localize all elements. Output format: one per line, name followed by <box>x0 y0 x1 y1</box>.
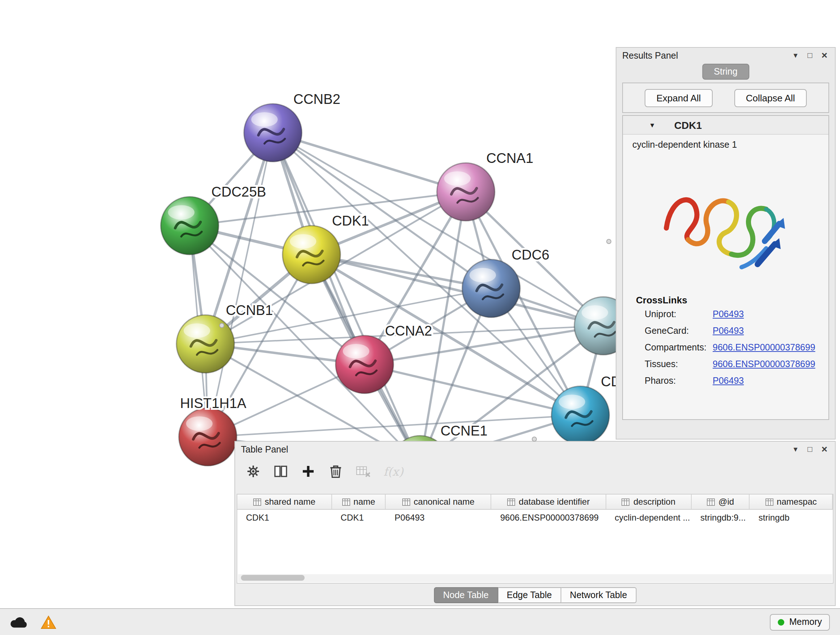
crosslink-compartments-link[interactable]: 9606.ENSP00000378699 <box>713 342 815 352</box>
node-label-ccna2: CCNA2 <box>385 323 432 339</box>
protein-structure-image <box>656 158 795 289</box>
column-header[interactable]: canonical name <box>386 494 492 509</box>
crosslink-row: GeneCard: P06493 <box>623 322 829 339</box>
column-header[interactable]: name <box>332 494 386 509</box>
crosslink-tissues-link[interactable]: 9606.ENSP00000378699 <box>713 359 815 369</box>
string-tab[interactable]: String <box>702 64 749 80</box>
node-label-cdc25b: CDC25B <box>211 184 266 200</box>
table-header-row: shared name name canonical name database… <box>237 494 833 510</box>
network-node-cdc25b[interactable] <box>161 196 218 255</box>
status-bar: Memory <box>0 608 840 635</box>
column-icon <box>253 498 261 506</box>
network-node-hist1h1a[interactable] <box>179 408 237 466</box>
expand-all-button[interactable]: Expand All <box>645 89 712 107</box>
results-panel-title: Results Panel <box>622 50 678 60</box>
table-panel-header: Table Panel ▾ □ × <box>235 442 835 457</box>
show-columns-button[interactable] <box>273 464 288 478</box>
crosslink-label: Tissues: <box>645 359 713 369</box>
memory-status-dot <box>778 619 784 625</box>
delete-column-button[interactable] <box>328 464 343 478</box>
crosslink-uniprot-link[interactable]: P06493 <box>713 309 744 319</box>
fx-label: f(x) <box>384 464 403 478</box>
column-header[interactable]: namespac <box>750 494 833 509</box>
horizontal-scrollbar[interactable] <box>238 574 832 582</box>
column-header[interactable]: shared name <box>237 494 332 509</box>
crosslinks-title: CrossLinks <box>623 295 829 306</box>
column-icon <box>765 498 773 506</box>
column-header[interactable]: description <box>606 494 692 509</box>
crosslink-pharos-link[interactable]: P06493 <box>713 375 744 386</box>
panel-float-icon[interactable]: □ <box>805 51 815 60</box>
network-node-cdc6[interactable] <box>462 260 520 318</box>
splitter-handle[interactable] <box>532 437 537 442</box>
network-edge[interactable] <box>273 133 420 465</box>
splitter-handle[interactable] <box>219 323 224 328</box>
panel-menu-icon[interactable]: ▾ <box>791 51 800 60</box>
cloud-icon <box>10 616 27 628</box>
memory-button[interactable]: Memory <box>770 614 830 630</box>
column-icon <box>507 498 515 506</box>
panel-close-icon[interactable]: × <box>820 51 829 60</box>
network-node-ccnb2[interactable] <box>244 104 302 162</box>
crosslink-row: Tissues: 9606.ENSP00000378699 <box>623 356 829 372</box>
delete-table-button[interactable] <box>356 464 370 478</box>
network-node-cdkn1a[interactable] <box>551 386 609 444</box>
network-node-ccnb1[interactable] <box>177 315 234 373</box>
panel-close-icon[interactable]: × <box>820 445 829 454</box>
application-window: Session: New Session <box>0 0 840 635</box>
column-icon <box>707 498 715 506</box>
node-label-ccne1: CCNE1 <box>441 423 488 439</box>
column-header[interactable]: @id <box>692 494 750 509</box>
node-label-ccnb1: CCNB1 <box>226 302 273 318</box>
node-table: shared name name canonical name database… <box>237 494 834 584</box>
collapse-gene-icon[interactable]: ▼ <box>649 121 655 128</box>
table-panel: Table Panel ▾ □ × f(x) <box>234 441 836 606</box>
tab-node-table[interactable]: Node Table <box>434 587 498 603</box>
splitter-handle[interactable] <box>606 239 611 244</box>
tab-network-table[interactable]: Network Table <box>561 587 636 603</box>
delete-table-icon <box>356 464 370 478</box>
collapse-all-button[interactable]: Collapse All <box>734 89 807 107</box>
network-edge[interactable] <box>273 133 466 192</box>
table-toolbar: f(x) <box>246 461 403 482</box>
create-column-button[interactable] <box>301 464 316 478</box>
scrollbar-thumb[interactable] <box>241 575 305 580</box>
results-actions: Expand All Collapse All <box>622 82 829 113</box>
gear-icon <box>246 464 261 478</box>
gene-details-box: ▼ CDK1 cyclin-dependent kinase 1 Cr <box>622 115 829 420</box>
table-tabs: Node Table Edge Table Network Table <box>434 587 637 603</box>
gene-header[interactable]: ▼ CDK1 <box>623 116 829 135</box>
crosslink-row: Compartments: 9606.ENSP00000378699 <box>623 339 829 356</box>
network-node-cdk1[interactable] <box>283 226 340 283</box>
crosslink-label: Uniprot: <box>645 309 713 319</box>
node-label-cdk1: CDK1 <box>332 213 369 228</box>
node-label-ccnb2: CCNB2 <box>294 91 340 107</box>
tab-edge-table[interactable]: Edge Table <box>498 587 561 603</box>
cloud-button[interactable] <box>10 616 27 628</box>
crosslink-genecard-link[interactable]: P06493 <box>713 325 744 336</box>
network-view: CCNB2CCNA1CDC25BCDK1CDC6RB1CCNB1CCNA2CDK… <box>0 0 372 389</box>
node-label-cdc6: CDC6 <box>512 247 549 263</box>
function-builder-button[interactable]: f(x) <box>384 464 403 478</box>
network-edge[interactable] <box>365 364 581 415</box>
network-node-ccna1[interactable] <box>437 163 495 221</box>
column-header[interactable]: database identifier <box>492 494 606 509</box>
trash-icon <box>328 464 343 478</box>
node-label-ccna1: CCNA1 <box>486 150 533 166</box>
table-row[interactable]: CDK1 CDK1 P06493 9606.ENSP00000378699 cy… <box>237 510 833 526</box>
memory-label: Memory <box>789 617 822 627</box>
network-node-ccna2[interactable] <box>336 336 393 394</box>
plus-icon <box>301 464 316 478</box>
column-icon <box>342 498 350 506</box>
crosslink-label: Compartments: <box>645 342 713 352</box>
column-icon <box>622 498 630 506</box>
warnings-button[interactable] <box>41 615 57 629</box>
crosslink-label: Pharos: <box>645 375 713 386</box>
panel-menu-icon[interactable]: ▾ <box>791 445 800 454</box>
crosslink-label: GeneCard: <box>645 325 713 336</box>
crosslink-row: Pharos: P06493 <box>623 372 829 389</box>
warning-icon <box>41 615 57 629</box>
table-settings-button[interactable] <box>246 464 261 478</box>
panel-float-icon[interactable]: □ <box>805 445 815 454</box>
column-icon <box>402 498 410 506</box>
